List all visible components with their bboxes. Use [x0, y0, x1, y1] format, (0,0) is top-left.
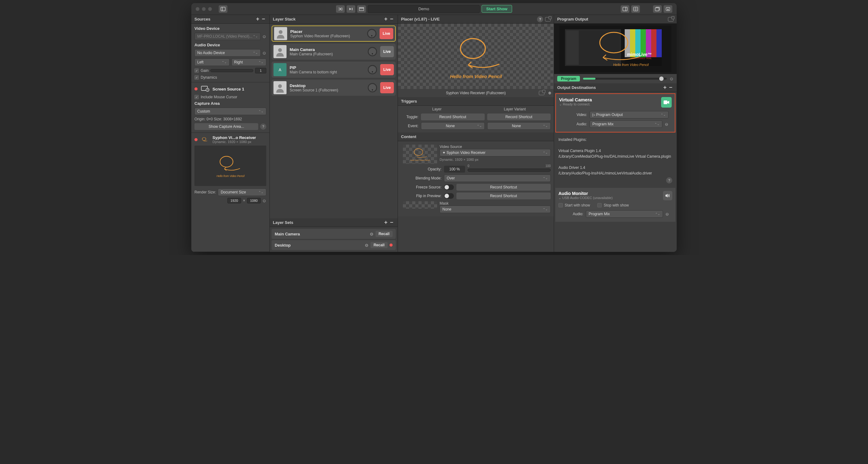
play-next-icon[interactable]: [347, 5, 355, 13]
gain-checkbox[interactable]: [194, 68, 199, 73]
shuffle-icon[interactable]: [336, 5, 345, 13]
panel-icon-3[interactable]: [653, 5, 662, 13]
popout-icon[interactable]: [545, 17, 551, 22]
freeze-toggle[interactable]: [444, 185, 454, 190]
popout-icon[interactable]: [668, 17, 674, 22]
layer-set-menu-icon[interactable]: ⊙: [365, 243, 369, 247]
layer-set-row[interactable]: Desktop⊙Recall: [272, 240, 396, 250]
svg-point-14: [220, 157, 233, 167]
vc-record-button[interactable]: [661, 97, 672, 108]
syphon-title: Syphon Vi...o Receiver: [213, 135, 256, 140]
remove-source-button[interactable]: −: [260, 16, 266, 22]
render-width[interactable]: [227, 198, 241, 203]
layer-set-row[interactable]: Main Camera⊙Recall: [272, 229, 396, 239]
panel-icon-4[interactable]: [663, 5, 672, 13]
layer-title: Desktop: [290, 84, 365, 88]
toggle-label: Toggle:: [401, 115, 418, 119]
audio-device-select[interactable]: No Audio Device⌃⌄: [194, 49, 261, 57]
program-pill[interactable]: Program: [557, 76, 580, 81]
monitor-audio-menu-icon[interactable]: ⊖: [665, 212, 669, 217]
panel-icon-1[interactable]: [621, 5, 629, 13]
audio-right-select[interactable]: Right⌃⌄: [231, 59, 267, 66]
layer-row[interactable]: Main CameraMain Camera (Fullscreen)Live: [272, 43, 396, 60]
help-icon[interactable]: ?: [666, 177, 672, 184]
layer-set-menu-icon[interactable]: ⊙: [370, 232, 374, 236]
show-capture-area-button[interactable]: Show Capture Area...: [194, 123, 258, 130]
live-button[interactable]: Live: [380, 46, 394, 57]
audio-device-menu-icon[interactable]: ⊙: [262, 51, 266, 55]
add-layerset-button[interactable]: +: [383, 219, 389, 226]
capture-area-select[interactable]: Custom⌃⌄: [194, 108, 266, 115]
live-button[interactable]: Live: [380, 82, 394, 93]
audio-left-select[interactable]: Left⌃⌄: [194, 59, 229, 66]
help-icon[interactable]: ?: [537, 16, 543, 22]
add-source-button[interactable]: +: [255, 16, 261, 22]
video-device-select[interactable]: MF-PRO.LOCAL (Video Pencil)...⌃⌄: [194, 33, 261, 40]
include-cursor-checkbox[interactable]: [194, 95, 199, 99]
traffic-min[interactable]: [202, 7, 206, 11]
dynamics-checkbox[interactable]: [194, 75, 199, 79]
add-dest-button[interactable]: +: [662, 84, 668, 91]
freeze-shortcut-button[interactable]: Record Shortcut: [456, 184, 551, 191]
add-layer-button[interactable]: +: [383, 16, 389, 22]
blending-select[interactable]: Over⌃⌄: [444, 174, 551, 182]
live-button[interactable]: Live: [379, 28, 393, 39]
volume-knob-icon[interactable]: [368, 47, 377, 56]
recall-button[interactable]: Recall: [375, 231, 393, 237]
event-select[interactable]: None⌃⌄: [421, 122, 485, 130]
remove-layerset-button[interactable]: −: [389, 219, 395, 226]
copy-icon[interactable]: [539, 91, 545, 95]
stop-with-show-label: Stop with show: [603, 203, 629, 207]
volume-knob-icon[interactable]: [368, 83, 377, 92]
flip-toggle[interactable]: [444, 193, 454, 199]
layer-row[interactable]: PlacerSyphon Video Receiver (Fullscreen)…: [272, 26, 396, 42]
sidebar-toggle-icon[interactable]: [219, 5, 227, 13]
output-menu-icon[interactable]: ⊙: [670, 76, 674, 81]
placer-preview: Hello from Video Pencil: [398, 24, 554, 89]
render-height[interactable]: [247, 198, 261, 203]
gain-value[interactable]: [255, 68, 266, 73]
remove-dest-button[interactable]: −: [668, 84, 674, 91]
volume-knob-icon[interactable]: [368, 65, 377, 74]
render-menu-icon[interactable]: ⊙: [262, 198, 266, 203]
volume-slider[interactable]: [583, 78, 667, 79]
recall-button[interactable]: Recall: [371, 242, 388, 248]
variant-event-select[interactable]: None⌃⌄: [487, 122, 551, 130]
volume-knob-icon[interactable]: [367, 29, 376, 38]
vc-video-select[interactable]: ▷ Program Output⌃⌄: [590, 111, 669, 119]
monitor-audio-select[interactable]: Program Mix⌃⌄: [586, 210, 663, 218]
document-title[interactable]: Demo: [368, 5, 480, 13]
toggle-shortcut-button[interactable]: Record Shortcut: [421, 113, 485, 120]
opacity-slider[interactable]: [468, 169, 551, 172]
remove-layer-button[interactable]: −: [389, 16, 395, 22]
help-icon[interactable]: ?: [260, 124, 266, 130]
live-button[interactable]: Live: [380, 64, 394, 75]
start-show-button[interactable]: Start Show: [482, 5, 512, 13]
start-with-show-label: Start with show: [565, 203, 590, 207]
mask-select[interactable]: None⌃⌄: [440, 205, 551, 213]
gain-slider[interactable]: [210, 69, 253, 72]
render-size-select[interactable]: Document Size⌃⌄: [218, 189, 266, 196]
panel-icon-2[interactable]: [631, 5, 640, 13]
sources-header: Sources+−: [191, 15, 270, 24]
opacity-value[interactable]: 100 %: [444, 166, 465, 173]
vc-audio-select[interactable]: Program Mix⌃⌄: [590, 120, 662, 128]
vc-audio-menu-icon[interactable]: ⊖: [665, 122, 669, 127]
stop-with-show-checkbox[interactable]: [597, 203, 602, 207]
record-indicator-icon: [194, 138, 197, 141]
clapperboard-icon[interactable]: [357, 5, 366, 13]
layer-row[interactable]: APIPMain Camera to bottom rightLive: [272, 62, 396, 78]
traffic-max[interactable]: [208, 7, 212, 11]
start-with-show-checkbox[interactable]: [558, 203, 563, 207]
video-device-menu-icon[interactable]: ⊙: [262, 34, 266, 39]
add-variant-icon[interactable]: ⊕: [548, 91, 551, 95]
svg-point-18: [278, 84, 282, 88]
variant-toggle-shortcut-button[interactable]: Record Shortcut: [487, 113, 551, 120]
layer-avatar: [274, 45, 286, 58]
video-source-select[interactable]: ✦ Syphon Video Receiver⌃⌄: [440, 149, 551, 157]
traffic-close[interactable]: [196, 7, 199, 11]
flip-shortcut-button[interactable]: Record Shortcut: [456, 193, 551, 199]
speaker-icon[interactable]: [663, 191, 672, 200]
layer-title: PIP: [290, 65, 365, 70]
layer-row[interactable]: DesktopScreen Source 1 (Fullscreen)Live: [272, 79, 396, 96]
